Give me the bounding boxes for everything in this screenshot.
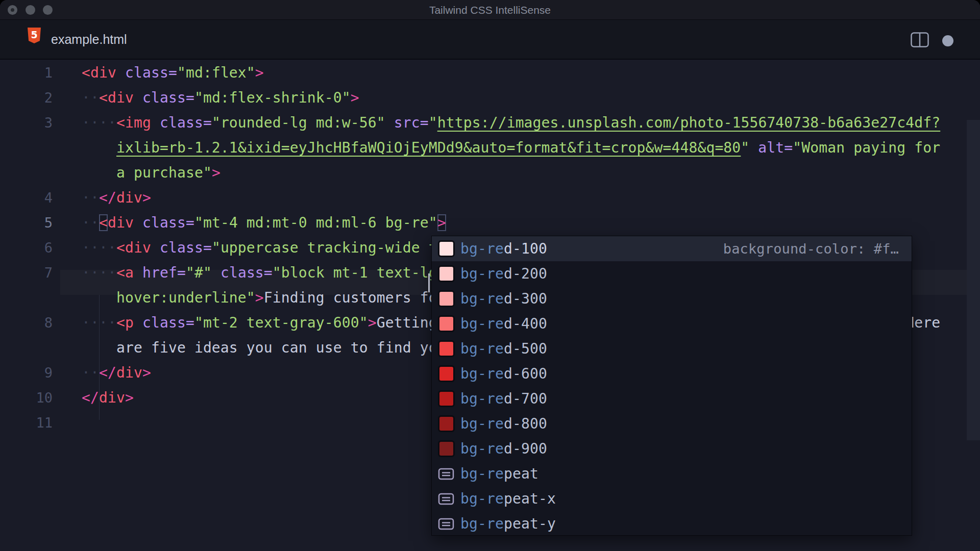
code-line[interactable]: ··</div> xyxy=(82,185,151,210)
suggestion-label: bg-repeat xyxy=(460,465,538,482)
suggestion-bg-red-600[interactable]: bg-red-600 xyxy=(432,361,912,386)
color-swatch-icon xyxy=(439,442,453,456)
suggestion-bg-red-700[interactable]: bg-red-700 xyxy=(432,386,912,411)
property-icon xyxy=(432,492,460,506)
suggestion-label: bg-red-400 xyxy=(460,315,547,332)
line-number: 2 xyxy=(0,85,53,110)
line-number: 1 xyxy=(0,60,53,85)
color-swatch-icon xyxy=(439,317,453,331)
code-line[interactable]: <div class="md:flex"> xyxy=(82,60,264,85)
suggestion-bg-red-500[interactable]: bg-red-500 xyxy=(432,336,912,361)
unsaved-indicator-dot[interactable] xyxy=(942,35,953,46)
code-line[interactable]: ··</div> xyxy=(82,360,151,385)
suggestion-detail: background-color: #f… xyxy=(723,241,912,257)
suggestion-label: bg-red-800 xyxy=(460,415,547,432)
color-swatch-icon xyxy=(439,417,453,431)
property-icon xyxy=(432,467,460,481)
scrollbar-slider[interactable] xyxy=(967,120,980,440)
tab-bar: 5 example.html xyxy=(0,20,980,60)
line-number: 3 xyxy=(0,110,53,135)
split-editor-icon[interactable] xyxy=(911,32,929,49)
line-number: 8 xyxy=(0,310,53,335)
code-line[interactable]: </div> xyxy=(82,385,134,410)
color-swatch-icon xyxy=(439,392,453,406)
suggestion-bg-repeat-y[interactable]: bg-repeat-y xyxy=(432,511,912,536)
html5-icon: 5 xyxy=(28,28,41,43)
code-line[interactable]: ··<div class="md:flex-shrink-0"> xyxy=(82,85,359,110)
line-number: 10 xyxy=(0,385,53,410)
color-swatch-icon xyxy=(439,292,453,306)
suggestion-label: bg-red-900 xyxy=(460,440,547,457)
titlebar: Tailwind CSS IntelliSense xyxy=(0,0,980,20)
line-number: 9 xyxy=(0,360,53,385)
suggestion-bg-repeat[interactable]: bg-repeat xyxy=(432,461,912,486)
code-line[interactable]: a purchase"> xyxy=(82,160,220,185)
suggestion-label: bg-repeat-x xyxy=(460,490,556,507)
suggestion-label: bg-red-600 xyxy=(460,365,547,382)
property-icon xyxy=(432,517,460,531)
app-window: Tailwind CSS IntelliSense 5 example.html… xyxy=(0,0,980,551)
suggestion-label: bg-red-700 xyxy=(460,390,547,407)
suggestion-label: bg-red-200 xyxy=(460,265,547,282)
scrollbar[interactable] xyxy=(967,119,980,551)
suggestion-bg-repeat-x[interactable]: bg-repeat-x xyxy=(432,486,912,511)
intellisense-popup: bg-red-100background-color: #f…bg-red-20… xyxy=(431,236,912,536)
color-swatch-icon xyxy=(439,342,453,356)
color-swatch-icon xyxy=(439,367,453,381)
text-cursor xyxy=(428,273,430,292)
line-number: 7 xyxy=(0,260,53,285)
suggestion-bg-red-300[interactable]: bg-red-300 xyxy=(432,286,912,311)
line-number: 11 xyxy=(0,410,53,435)
suggestion-label: bg-repeat-y xyxy=(460,515,556,532)
suggestion-bg-red-800[interactable]: bg-red-800 xyxy=(432,411,912,436)
tab-filename: example.html xyxy=(51,20,127,59)
window-title: Tailwind CSS IntelliSense xyxy=(0,0,980,19)
line-number: 5 xyxy=(0,210,53,235)
color-swatch-icon xyxy=(439,267,453,281)
suggestion-bg-red-100[interactable]: bg-red-100background-color: #f… xyxy=(432,236,912,261)
line-number: 4 xyxy=(0,185,53,210)
suggestion-label: bg-red-500 xyxy=(460,340,547,357)
suggestion-label: bg-red-100 xyxy=(460,240,547,257)
line-number: 6 xyxy=(0,235,53,260)
suggestion-bg-red-400[interactable]: bg-red-400 xyxy=(432,311,912,336)
code-line[interactable]: ····<img class="rounded-lg md:w-56" src=… xyxy=(82,110,940,135)
color-swatch-icon xyxy=(439,242,453,256)
suggestion-bg-red-900[interactable]: bg-red-900 xyxy=(432,436,912,461)
suggestion-bg-red-200[interactable]: bg-red-200 xyxy=(432,261,912,286)
code-line[interactable]: ixlib=rb-1.2.1&ixid=eyJhcHBfaWQiOjEyMDd9… xyxy=(82,135,940,160)
suggestion-label: bg-red-300 xyxy=(460,290,547,307)
code-line[interactable]: ··<div class="mt-4 md:mt-0 md:ml-6 bg-re… xyxy=(82,210,446,235)
